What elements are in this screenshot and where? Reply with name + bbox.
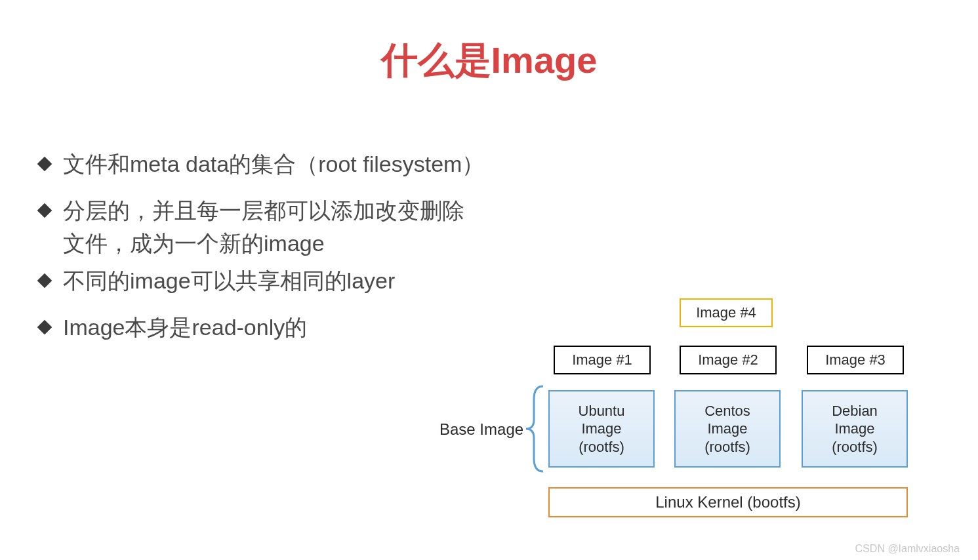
bullet-item: 不同的image可以共享相同的layer	[39, 265, 978, 297]
debian-box: Debian Image (rootfs)	[802, 390, 908, 468]
bullet-item: 文件和meta data的集合（root filesystem）	[39, 148, 978, 180]
image3-tag: Image #3	[807, 346, 904, 374]
diamond-icon	[37, 203, 52, 218]
bullet-item: 分层的，并且每一层都可以添加改变删除文件，成为一个新的image	[39, 195, 978, 260]
ubuntu-box: Ubuntu Image (rootfs)	[548, 390, 655, 468]
bullet-text: 分层的，并且每一层都可以添加改变删除文件，成为一个新的image	[63, 195, 483, 260]
image-layer-diagram: Image #4 Image #1 Image #2 Image #3 Ubun…	[426, 298, 951, 548]
bullet-text: 文件和meta data的集合（root filesystem）	[63, 148, 484, 180]
diamond-icon	[37, 157, 52, 172]
brace-icon	[523, 384, 547, 474]
bullet-text: 不同的image可以共享相同的layer	[63, 265, 395, 297]
slide-title: 什么是Image	[0, 36, 978, 86]
image1-tag: Image #1	[554, 346, 651, 374]
image2-tag: Image #2	[680, 346, 777, 374]
watermark: CSDN @Iamlvxiaosha	[855, 543, 960, 555]
diamond-icon	[37, 273, 52, 289]
centos-box: Centos Image (rootfs)	[674, 390, 781, 468]
image4-tag: Image #4	[680, 298, 773, 327]
bullet-text: Image本身是read-only的	[63, 311, 307, 344]
kernel-box: Linux Kernel (bootfs)	[548, 487, 908, 517]
diamond-icon	[37, 320, 52, 335]
base-image-label: Base Image	[439, 420, 523, 439]
